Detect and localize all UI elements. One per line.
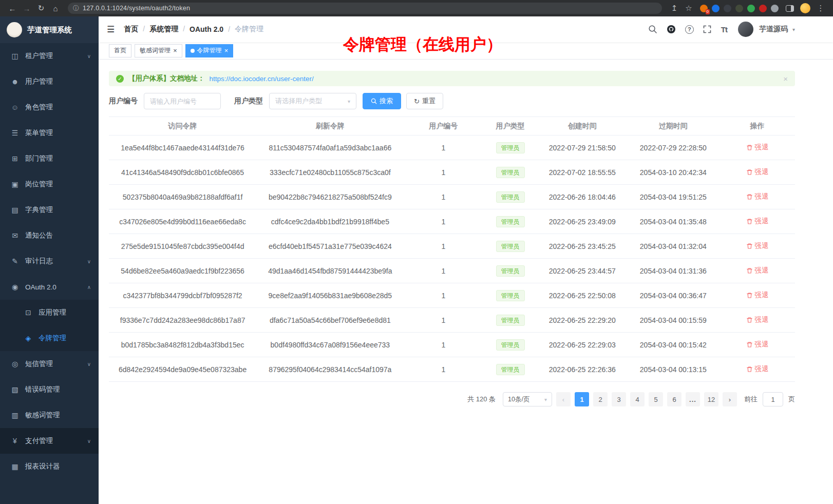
table-row: 275e5de9151045fe87cbdc395e004f4d e6cfd40…: [109, 234, 795, 259]
user-id-cell: 1: [404, 185, 483, 209]
reset-button[interactable]: ↻ 重置: [406, 93, 443, 109]
fullscreen-icon[interactable]: [703, 25, 712, 34]
sidebar-item[interactable]: ✉ 通知公告: [0, 223, 99, 248]
alert-close-icon[interactable]: ×: [783, 74, 788, 83]
tab-split-icon[interactable]: [786, 5, 794, 12]
help-icon[interactable]: ?: [685, 25, 694, 34]
app-logo[interactable]: 芋道管理系统: [0, 16, 99, 43]
sidebar-item[interactable]: ⊞ 部门管理: [0, 146, 99, 171]
page-button[interactable]: 4: [630, 392, 645, 406]
sidebar-item[interactable]: ▣ 岗位管理: [0, 171, 99, 197]
user-id-input[interactable]: [144, 93, 221, 109]
breadcrumb-item[interactable]: 系统管理: [149, 25, 190, 34]
page-size-select[interactable]: 10条/页 ▾: [503, 392, 552, 406]
force-logout-button[interactable]: 强退: [746, 241, 769, 250]
user-type-select[interactable]: 请选择用户类型 ▾: [269, 93, 356, 109]
table-row: 41c41346a548490f9dc8b01c6bfe0865 333ecfc…: [109, 160, 795, 185]
sidebar-item[interactable]: ⊡ 应用管理: [0, 300, 99, 325]
sidebar-item[interactable]: ◈ 令牌管理: [0, 325, 99, 351]
next-page-button[interactable]: ›: [723, 392, 737, 406]
sidebar-item[interactable]: ▦ 报表设计器: [0, 454, 99, 479]
page-button[interactable]: 3: [612, 392, 626, 406]
sidebar-item[interactable]: ☺ 角色管理: [0, 94, 99, 120]
view-tab[interactable]: 令牌管理 ×: [185, 44, 234, 57]
github-icon[interactable]: [667, 25, 676, 34]
user-type-cell: 管理员: [483, 160, 538, 185]
menu-item-icon: ⊡: [24, 308, 33, 317]
force-logout-button[interactable]: 强退: [746, 266, 769, 275]
home-button[interactable]: ⌂: [49, 2, 62, 14]
sidebar-item[interactable]: ✎ 审计日志 ∨: [0, 248, 99, 274]
browser-extension-icon[interactable]: [712, 5, 720, 12]
browser-menu-icon[interactable]: ⋮: [815, 2, 827, 14]
url-text: 127.0.0.1:1024/system/oauth2/token: [83, 5, 190, 12]
user-type-badge: 管理员: [496, 142, 525, 153]
search-icon[interactable]: [648, 25, 658, 34]
force-logout-button[interactable]: 强退: [746, 364, 769, 374]
view-tab[interactable]: 敏感词管理 ×: [135, 44, 182, 57]
access-token-cell: b0d1785bc3a8482f812db4a3f3bd15ec: [109, 333, 256, 357]
page-button[interactable]: 12: [704, 392, 718, 406]
user-name[interactable]: 芋道源码: [759, 25, 788, 34]
force-logout-button[interactable]: 强退: [746, 315, 769, 324]
reload-button[interactable]: ↻: [35, 2, 47, 14]
page-button[interactable]: 2: [593, 392, 608, 406]
pagination: 共 120 条 10条/页 ▾ ‹ 1 2 3 4: [109, 392, 795, 406]
page-button[interactable]: 5: [649, 392, 663, 406]
force-logout-button[interactable]: 强退: [746, 340, 769, 349]
sidebar-item[interactable]: ◉ OAuth 2.0 ∧: [0, 274, 99, 300]
sidebar-item[interactable]: ▤ 字典管理: [0, 197, 99, 223]
breadcrumb-item[interactable]: 首页: [124, 25, 149, 34]
search-button[interactable]: 搜索: [363, 93, 401, 109]
user-type-badge: 管理员: [496, 167, 525, 178]
user-type-cell: 管理员: [483, 259, 538, 283]
menu-item-label: 通知公告: [25, 231, 85, 240]
sidebar-item[interactable]: ☰ 菜单管理: [0, 120, 99, 146]
tab-close-icon[interactable]: ×: [224, 47, 229, 54]
doc-link[interactable]: https://doc.iocoder.cn/user-center/: [210, 75, 314, 83]
browser-extension-icon[interactable]: [759, 5, 767, 12]
browser-extension-icon[interactable]: [735, 5, 743, 12]
force-logout-button[interactable]: 强退: [746, 217, 769, 226]
browser-extension-icon[interactable]: [771, 5, 779, 12]
browser-extension-icon[interactable]: [724, 5, 731, 12]
user-menu-caret-icon[interactable]: ▾: [792, 27, 795, 32]
chevron-icon: ∨: [87, 361, 91, 367]
sidebar-item[interactable]: ◫ 租户管理 ∨: [0, 43, 99, 69]
page-button[interactable]: 1: [575, 392, 589, 406]
bookmark-star-icon[interactable]: ☆: [683, 2, 695, 14]
user-id-cell: 1: [404, 333, 483, 357]
page-button[interactable]: ...: [686, 392, 700, 406]
column-header: 用户类型: [483, 117, 538, 135]
prev-page-button[interactable]: ‹: [556, 392, 571, 406]
force-logout-button[interactable]: 强退: [746, 290, 769, 300]
force-logout-button[interactable]: 强退: [746, 167, 769, 177]
sidebar-item[interactable]: ▥ 敏感词管理: [0, 402, 99, 428]
forward-button[interactable]: →: [21, 2, 33, 14]
view-tab[interactable]: 首页 ×: [109, 44, 131, 57]
user-id-cell: 1: [404, 308, 483, 333]
site-info-icon[interactable]: ⓘ: [73, 4, 79, 13]
goto-page-input[interactable]: [763, 392, 783, 406]
address-bar[interactable]: ⓘ 127.0.0.1:1024/system/oauth2/token: [68, 3, 662, 14]
breadcrumb-item[interactable]: 令牌管理: [235, 25, 263, 34]
menu-item-icon: ✎: [10, 257, 20, 265]
browser-extension-icon[interactable]: [747, 5, 755, 12]
back-button[interactable]: ←: [6, 2, 18, 14]
breadcrumb-item[interactable]: OAuth 2.0: [190, 25, 235, 33]
force-logout-label: 强退: [755, 192, 769, 201]
user-avatar[interactable]: [738, 22, 753, 37]
sidebar-item[interactable]: ◎ 短信管理 ∨: [0, 351, 99, 377]
sidebar-item[interactable]: ▧ 错误码管理: [0, 377, 99, 402]
force-logout-button[interactable]: 强退: [746, 143, 769, 152]
sidebar-item[interactable]: ☻ 用户管理: [0, 69, 99, 94]
force-logout-button[interactable]: 强退: [746, 192, 769, 201]
page-button[interactable]: 6: [667, 392, 681, 406]
sidebar-item[interactable]: ¥ 支付管理 ∨: [0, 428, 99, 454]
browser-profile-avatar[interactable]: [800, 3, 810, 13]
sidebar-toggle-icon[interactable]: ☰: [107, 24, 115, 35]
tab-close-icon[interactable]: ×: [173, 47, 177, 54]
share-icon[interactable]: ↥: [668, 2, 680, 14]
browser-extension-icon[interactable]: 0: [700, 5, 708, 12]
font-size-icon[interactable]: Tt: [721, 25, 727, 34]
